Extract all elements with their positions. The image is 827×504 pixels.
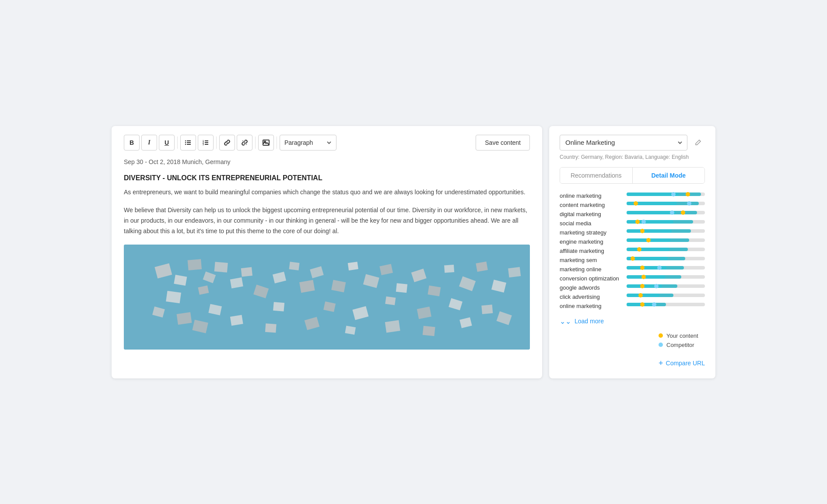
- unlink-icon: [241, 139, 248, 146]
- keyword-row: marketing online: [560, 266, 705, 273]
- keyword-bar: [627, 275, 705, 281]
- keyword-bar: [627, 202, 705, 208]
- tab-recommendations[interactable]: Recommendations: [560, 168, 633, 183]
- keyword-bar: [627, 192, 705, 199]
- link-icon: [224, 139, 231, 146]
- svg-text:3: 3: [203, 143, 204, 145]
- svg-rect-48: [385, 296, 396, 305]
- keyword-bar: [627, 248, 705, 254]
- underline-button[interactable]: U: [159, 135, 175, 150]
- svg-rect-41: [444, 265, 454, 273]
- keyword-label: click advertising: [560, 294, 623, 300]
- save-content-button[interactable]: Save content: [476, 135, 530, 150]
- legend-item: Your content: [659, 332, 698, 339]
- your-content-dot: [634, 201, 638, 206]
- tab-detail-mode[interactable]: Detail Mode: [633, 168, 705, 183]
- keyword-label: affiliate marketing: [560, 248, 623, 254]
- load-more-row[interactable]: ⌄⌄ Load more: [560, 317, 705, 326]
- svg-rect-27: [241, 267, 252, 276]
- recommendations-panel: Online Marketing Content Marketing Digit…: [549, 126, 715, 378]
- your-content-dot: [640, 302, 645, 307]
- competitor-dot: [657, 266, 662, 270]
- your-content-dot: [646, 238, 651, 242]
- context-select[interactable]: Online Marketing Content Marketing Digit…: [560, 135, 687, 150]
- svg-rect-45: [508, 267, 521, 277]
- keyword-row: click advertising: [560, 294, 705, 300]
- your-content-dot: [635, 220, 640, 224]
- image-button[interactable]: [258, 135, 274, 150]
- edit-button[interactable]: [691, 136, 705, 150]
- context-select-wrapper: Online Marketing Content Marketing Digit…: [560, 135, 687, 150]
- content-meta: Sep 30 - Oct 2, 2018 Munich, Germany: [124, 158, 530, 165]
- keyword-bar: [627, 266, 705, 272]
- content-body: DIVERSITY - UNLOCK ITS ENTREPRENEURIAL P…: [124, 174, 530, 237]
- svg-point-3: [185, 140, 186, 141]
- competitor-dot: [687, 201, 691, 206]
- svg-rect-25: [177, 312, 192, 325]
- your-content-dot: [641, 275, 646, 279]
- italic-button[interactable]: I: [141, 135, 157, 150]
- keyword-bar: [627, 257, 705, 263]
- image-icon: [263, 139, 270, 146]
- keyword-row: digital marketing: [560, 211, 705, 217]
- competitor-dot: [670, 210, 674, 215]
- keyword-row: online marketing: [560, 192, 705, 199]
- keyword-label: engine marketing: [560, 238, 623, 245]
- keyword-list: online marketingcontent marketingdigital…: [560, 192, 705, 309]
- content-image: [124, 245, 530, 350]
- panel-header: Online Marketing Content Marketing Digit…: [560, 135, 705, 150]
- svg-rect-15: [124, 245, 530, 350]
- keyword-label: marketing online: [560, 266, 623, 273]
- content-heading: DIVERSITY - UNLOCK ITS ENTREPRENEURIAL P…: [124, 174, 530, 182]
- competitor-dot: [652, 302, 656, 307]
- your-content-dot: [640, 229, 645, 233]
- link-button[interactable]: [219, 135, 235, 150]
- svg-rect-40: [428, 285, 441, 296]
- keyword-label: social media: [560, 220, 623, 227]
- your-content-dot: [640, 266, 645, 270]
- your-content-dot: [631, 256, 635, 261]
- legend-item: Competitor: [659, 342, 694, 348]
- compare-url-text: Compare URL: [666, 360, 705, 367]
- bold-button[interactable]: B: [124, 135, 140, 150]
- ordered-list-button[interactable]: 123: [198, 135, 214, 150]
- editor-panel: B I U 123 Paragraph Hea: [112, 126, 542, 378]
- paragraph-select[interactable]: Paragraph Heading 1 Heading 2 Heading 3: [280, 135, 336, 150]
- keyword-row: online marketing: [560, 303, 705, 309]
- keyword-row: social media: [560, 220, 705, 227]
- svg-rect-35: [348, 262, 358, 270]
- your-content-dot: [681, 210, 685, 215]
- unordered-list-button[interactable]: [180, 135, 196, 150]
- image-placeholder: [124, 245, 530, 350]
- toolbar: B I U 123 Paragraph Hea: [124, 135, 530, 150]
- your-content-dot: [638, 293, 643, 298]
- keyword-bar: [627, 211, 705, 217]
- keyword-bar: [627, 284, 705, 290]
- keyword-row: google adwords: [560, 284, 705, 291]
- competitor-dot: [641, 220, 646, 224]
- keyword-bar: [627, 220, 705, 226]
- legend-dot: [659, 343, 663, 347]
- svg-rect-20: [166, 290, 181, 303]
- separator-2: [216, 136, 217, 149]
- keyword-row: marketing strategy: [560, 229, 705, 236]
- keyword-bar: [627, 303, 705, 309]
- svg-rect-18: [188, 259, 202, 270]
- content-paragraph-1: As entrepreneurs, we want to build meani…: [124, 187, 530, 198]
- svg-rect-58: [423, 326, 435, 336]
- legend-label: Competitor: [666, 342, 694, 348]
- svg-rect-57: [385, 320, 400, 333]
- location-text: Country: Germany, Region: Bavaria, Langu…: [560, 154, 705, 160]
- svg-point-4: [185, 142, 186, 143]
- keyword-row: conversion optimization: [560, 275, 705, 282]
- list-ol-icon: 123: [202, 139, 209, 146]
- compare-url-row[interactable]: + Compare URL: [659, 359, 705, 368]
- keyword-label: online marketing: [560, 303, 623, 309]
- keyword-row: engine marketing: [560, 238, 705, 245]
- unlink-button[interactable]: [237, 135, 252, 150]
- separator-3: [255, 136, 256, 149]
- keyword-row: affiliate marketing: [560, 248, 705, 254]
- pencil-icon: [694, 139, 701, 146]
- your-content-dot: [686, 192, 690, 196]
- svg-rect-53: [230, 315, 243, 326]
